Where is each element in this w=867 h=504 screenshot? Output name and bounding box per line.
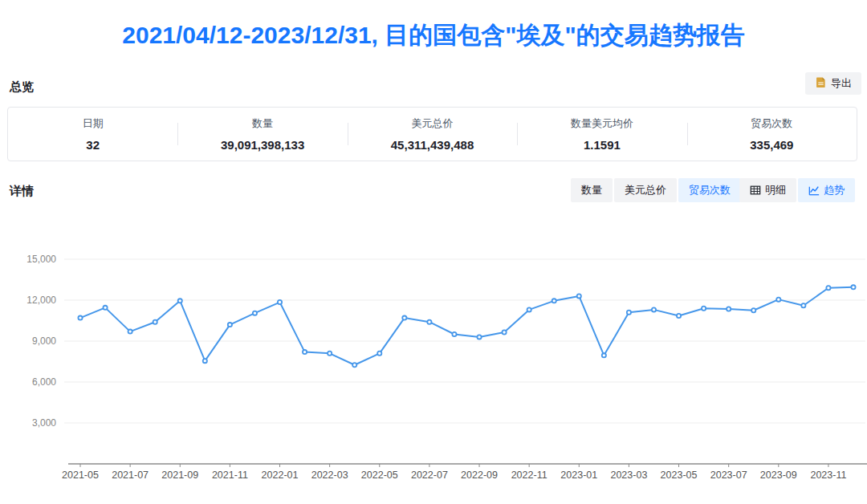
overview-stats-card: 日期 32 数量 39,091,398,133 美元总价 45,311,439,… xyxy=(7,107,857,161)
data-point[interactable] xyxy=(801,303,805,307)
export-button-label: 导出 xyxy=(831,76,852,91)
data-point[interactable] xyxy=(502,330,506,334)
stat-date: 日期 32 xyxy=(8,113,177,155)
data-point[interactable] xyxy=(577,294,581,298)
x-axis-label: 2021-07 xyxy=(112,469,149,481)
data-point[interactable] xyxy=(78,316,82,320)
x-axis-label: 2022-11 xyxy=(511,469,547,481)
data-point[interactable] xyxy=(652,307,656,311)
y-axis-label: 9,000 xyxy=(32,335,56,347)
x-axis-label: 2021-05 xyxy=(62,469,99,481)
tab-usd-total[interactable]: 美元总价 xyxy=(614,178,677,202)
data-point[interactable] xyxy=(402,316,406,320)
x-axis-label: 2021-09 xyxy=(161,469,198,481)
overview-heading: 总览 xyxy=(10,79,34,95)
data-point[interactable] xyxy=(303,350,307,354)
stat-value: 335,469 xyxy=(687,138,857,152)
tab-trend-chart[interactable]: 趋势 xyxy=(798,178,855,202)
chart-area: 3,0006,0009,00012,00015,0002021-052021-0… xyxy=(0,237,867,504)
stat-usd-total: 美元总价 45,311,439,488 xyxy=(348,113,517,155)
data-point[interactable] xyxy=(328,352,332,356)
tab-label: 趋势 xyxy=(824,183,845,197)
tab-label: 数量 xyxy=(581,183,602,197)
data-point[interactable] xyxy=(278,300,282,304)
tab-detail-table[interactable]: 明细 xyxy=(739,178,796,202)
stat-value: 1.1591 xyxy=(517,138,686,152)
x-axis-label: 2023-01 xyxy=(560,469,597,481)
data-point[interactable] xyxy=(627,311,631,315)
stat-label: 数量美元均价 xyxy=(517,116,686,131)
data-point[interactable] xyxy=(727,307,731,311)
x-axis-label: 2023-07 xyxy=(710,469,747,481)
view-tab-group: 明细 趋势 xyxy=(739,178,855,202)
stat-label: 贸易次数 xyxy=(687,116,857,131)
x-axis-label: 2023-05 xyxy=(661,469,698,481)
x-axis-label: 2023-03 xyxy=(610,469,647,481)
x-axis-label: 2022-01 xyxy=(262,469,299,481)
stat-quantity: 数量 39,091,398,133 xyxy=(177,113,347,155)
x-axis-label: 2022-05 xyxy=(361,469,398,481)
data-point[interactable] xyxy=(377,352,381,356)
tab-label: 明细 xyxy=(765,183,786,197)
data-point[interactable] xyxy=(203,359,207,363)
stat-trade-count: 贸易次数 335,469 xyxy=(687,113,857,155)
data-point[interactable] xyxy=(851,285,855,289)
trend-line xyxy=(80,287,853,365)
x-axis-label: 2023-09 xyxy=(760,469,797,481)
data-point[interactable] xyxy=(552,299,556,303)
y-axis-label: 15,000 xyxy=(26,254,56,265)
export-button[interactable]: 导出 xyxy=(805,72,861,95)
x-axis-label: 2022-03 xyxy=(311,469,348,481)
data-point[interactable] xyxy=(477,335,481,339)
data-point[interactable] xyxy=(228,323,232,327)
tab-quantity[interactable]: 数量 xyxy=(571,178,613,202)
data-point[interactable] xyxy=(702,307,706,311)
data-point[interactable] xyxy=(153,320,157,324)
x-axis-label: 2023-11 xyxy=(810,469,846,481)
data-point[interactable] xyxy=(826,286,830,290)
data-point[interactable] xyxy=(253,311,257,315)
stat-value: 45,311,439,488 xyxy=(348,138,517,152)
tab-label: 贸易次数 xyxy=(689,183,731,197)
details-heading: 详情 xyxy=(10,184,34,199)
export-file-icon xyxy=(815,76,827,91)
trend-icon xyxy=(808,185,820,196)
data-point[interactable] xyxy=(677,314,681,318)
trend-chart: 3,0006,0009,00012,00015,0002021-052021-0… xyxy=(0,237,867,504)
y-axis-label: 3,000 xyxy=(32,417,56,429)
data-point[interactable] xyxy=(452,332,456,336)
x-axis-label: 2022-07 xyxy=(411,469,448,481)
trend-report-page: 2021/04/12-2023/12/31, 目的国包含"埃及"的交易趋势报告 … xyxy=(0,0,867,504)
x-axis-label: 2021-11 xyxy=(212,469,248,481)
data-point[interactable] xyxy=(427,320,431,324)
data-point[interactable] xyxy=(602,353,606,357)
x-axis-label: 2022-09 xyxy=(461,469,498,481)
data-point[interactable] xyxy=(178,299,182,303)
data-point[interactable] xyxy=(751,308,755,312)
data-point[interactable] xyxy=(776,298,780,302)
data-point[interactable] xyxy=(128,330,132,334)
stat-avg-usd-price: 数量美元均价 1.1591 xyxy=(517,113,686,155)
page-title: 2021/04/12-2023/12/31, 目的国包含"埃及"的交易趋势报告 xyxy=(0,19,867,52)
data-point[interactable] xyxy=(103,306,107,310)
stat-label: 日期 xyxy=(8,116,177,131)
tab-trade-count[interactable]: 贸易次数 xyxy=(678,178,741,202)
stat-value: 39,091,398,133 xyxy=(177,138,347,152)
data-point[interactable] xyxy=(527,307,531,311)
y-axis-label: 12,000 xyxy=(26,295,56,306)
metric-tab-group: 数量 美元总价 贸易次数 xyxy=(571,178,741,202)
stat-value: 32 xyxy=(8,138,177,152)
table-icon xyxy=(750,185,761,196)
data-point[interactable] xyxy=(352,363,356,367)
stat-label: 数量 xyxy=(177,116,347,131)
y-axis-label: 6,000 xyxy=(32,376,56,388)
tab-label: 美元总价 xyxy=(625,183,666,197)
stat-label: 美元总价 xyxy=(348,116,517,131)
